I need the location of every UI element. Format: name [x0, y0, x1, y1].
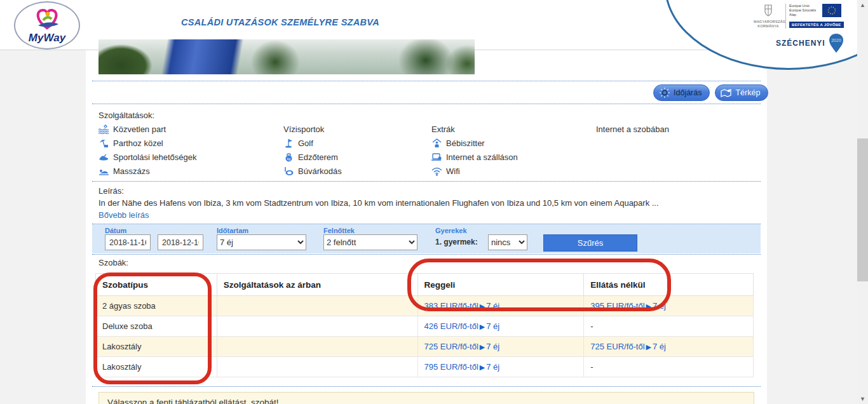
duration-label: Időtartam — [217, 227, 248, 234]
price-link[interactable]: 725 EUR/fő-től — [424, 342, 478, 351]
nights-link[interactable]: 7 éj — [486, 321, 499, 331]
jetski-icon — [98, 152, 109, 162]
price-cell: - — [584, 316, 754, 337]
price-link[interactable]: 795 EUR/fő-től — [424, 362, 478, 372]
filter-bar: Dátum Időtartam 7 éj Felnőttek 2 felnőtt… — [92, 224, 761, 253]
service-item: Masszázs — [98, 164, 197, 178]
nights-link[interactable]: 7 éj — [486, 342, 499, 351]
filter-button[interactable]: Szűrés — [543, 234, 637, 252]
divider — [92, 81, 761, 81]
site-tagline: CSALÁDI UTAZÁSOK SZEMÉLYRE SZABVA — [181, 17, 379, 27]
room-type-cell: Lakosztály — [96, 337, 217, 357]
map-button[interactable]: Térkép — [715, 84, 768, 101]
room-row: 2 ágyas szoba383 EUR/fő-től▶7 éj395 EUR/… — [96, 296, 754, 316]
price-cell: 395 EUR/fő-től▶7 éj — [584, 296, 754, 316]
scrollbar-thumb[interactable] — [857, 138, 868, 281]
service-label: Parthoz közel — [113, 138, 163, 148]
column-header: Ellátás nélkül — [584, 274, 754, 296]
service-item: Parthoz közel — [98, 136, 197, 150]
room-row: Lakosztály795 EUR/fő-től▶7 éj- — [96, 357, 754, 377]
nights-link[interactable]: 7 éj — [653, 301, 666, 311]
szechenyi-pin-icon: 2020 — [828, 33, 844, 53]
services-column-3: ExtrákBébiszitterInternet a szállásonWif… — [431, 122, 518, 178]
service-item: Bébiszitter — [431, 136, 518, 150]
service-label: Masszázs — [113, 166, 150, 176]
services-column-header: Extrák — [431, 122, 518, 136]
babysitter-icon — [431, 138, 442, 148]
more-description-link[interactable]: Bővebb leírás — [98, 210, 149, 220]
service-label: Búvárkodás — [298, 166, 342, 176]
price-cell: 725 EUR/fő-től▶7 éj — [584, 337, 754, 357]
service-item: Búvárkodás — [283, 164, 342, 178]
services-title: Szolgáltatások: — [98, 111, 154, 120]
column-header: Szobatípus — [96, 274, 217, 296]
included-services-cell — [217, 296, 417, 316]
myway-logo-icon — [15, 6, 79, 34]
price-link[interactable]: 725 EUR/fő-től — [590, 342, 644, 351]
arrow-icon: ▶ — [645, 343, 653, 351]
description-title: Leírás: — [98, 186, 124, 196]
nights-link[interactable]: 7 éj — [653, 342, 666, 351]
divider — [92, 254, 761, 255]
price-cell: 725 EUR/fő-től▶7 éj — [417, 337, 584, 357]
map-label[interactable]: Térkép — [735, 88, 760, 97]
service-item: Golf — [283, 136, 342, 150]
scroll-down-arrow[interactable]: ▼ — [857, 394, 868, 404]
adults-select[interactable]: 2 felnőtt — [323, 234, 417, 250]
date-to-input[interactable] — [158, 234, 203, 250]
room-row: Lakosztály725 EUR/fő-től▶7 éj725 EUR/fő-… — [96, 337, 754, 357]
scroll-up-arrow[interactable]: ▲ — [857, 0, 868, 10]
arrow-icon: ▶ — [478, 343, 486, 351]
weather-label[interactable]: Időjárás — [674, 88, 702, 97]
price-link[interactable]: 426 EUR/fő-től — [424, 321, 478, 331]
services-column-2: VízisportokGolfkgEdzőteremBúvárkodás — [283, 122, 342, 178]
footer-notice: Válasszon a fenti táblázatból ellátást, … — [98, 392, 754, 404]
date-from-input[interactable] — [105, 234, 151, 250]
golf-icon — [283, 138, 294, 148]
service-item: kgEdzőterem — [283, 150, 342, 164]
investment-badge: BEFEKTETÉS A JÖVŐBE — [789, 22, 844, 28]
massage-icon — [98, 166, 109, 176]
divider — [92, 181, 761, 182]
svg-text:kg: kg — [287, 156, 291, 160]
room-row: Deluxe szoba426 EUR/fő-től▶7 éj- — [96, 316, 754, 337]
szechenyi-logo: SZÉCHENYI 2020 — [776, 33, 844, 53]
service-item: Sportolási lehetőségek — [98, 150, 197, 164]
room-type-cell: Lakosztály — [96, 357, 217, 377]
laptop-icon — [431, 152, 442, 162]
service-label: Internet a szálláson — [446, 152, 518, 162]
service-item: Közvetlen part — [98, 122, 197, 136]
svg-text:2020: 2020 — [831, 38, 841, 43]
nights-link[interactable]: 7 éj — [486, 362, 499, 372]
service-label: Wifi — [446, 166, 460, 176]
price-cell: 383 EUR/fő-től▶7 éj — [417, 296, 584, 316]
column-header: Szolgáltatások az árban — [217, 274, 417, 296]
toolbar: Időjárás Térkép — [653, 84, 768, 101]
service-label: Sportolási lehetőségek — [113, 152, 197, 162]
weather-button[interactable]: Időjárás — [653, 84, 710, 101]
table-header-row: SzobatípusSzolgáltatások az árbanReggeli… — [96, 274, 754, 296]
partner-logos: MAGYARORSZÁG KORMÁNYA Európai Unió Európ… — [741, 0, 868, 70]
included-services-cell — [217, 357, 417, 377]
nights-link[interactable]: 7 éj — [486, 301, 499, 311]
price-cell: 795 EUR/fő-től▶7 éj — [417, 357, 584, 377]
description-text: In der Nähe des Hafens von Ibiza, 3 km v… — [98, 198, 734, 208]
services-column-header: Internet a szobában — [596, 122, 669, 136]
sun-icon — [659, 87, 670, 98]
services-column-4: Internet a szobában — [596, 122, 669, 136]
service-label: Bébiszitter — [446, 138, 485, 148]
room-type-cell: 2 ágyas szoba — [96, 296, 217, 316]
adults-label: Felnőttek — [323, 227, 355, 234]
price-link[interactable]: 395 EUR/fő-től — [590, 301, 644, 311]
beach-icon — [98, 125, 109, 134]
scrollbar[interactable]: ▲ ▼ — [857, 0, 868, 404]
child1-select[interactable]: nincs — [488, 234, 527, 250]
myway-logo[interactable]: MyWay — [14, 1, 80, 50]
map-icon — [721, 88, 732, 98]
coat-of-arms-icon — [764, 4, 773, 17]
duration-select[interactable]: 7 éj — [217, 234, 306, 250]
room-type-cell: Deluxe szoba — [96, 316, 217, 337]
price-link[interactable]: 383 EUR/fő-től — [424, 301, 478, 311]
divider — [92, 386, 761, 387]
gym-icon: kg — [283, 152, 294, 162]
